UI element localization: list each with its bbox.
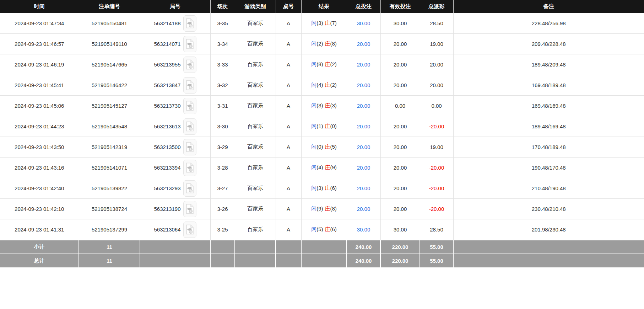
video-file-icon — [186, 163, 194, 173]
subtotal-empty-result — [301, 240, 347, 254]
subtotal-empty-round — [140, 240, 210, 254]
cell-round: 563213190 — [140, 199, 210, 219]
banker-result-points: (6) — [330, 185, 337, 191]
cell-result: 闲(3)庄(7) — [301, 13, 347, 34]
cell-session: 3-28 — [210, 158, 235, 178]
banker-result-label: 庄 — [325, 226, 330, 232]
cell-valid-bet: 30.00 — [380, 13, 420, 34]
total-payout: 55.00 — [420, 254, 453, 267]
player-result-points: (5) — [316, 226, 323, 232]
cell-result: 闲(5)庄(6) — [301, 219, 347, 240]
banker-result-label: 庄 — [325, 61, 330, 67]
cell-order-no: 521905142319 — [79, 137, 140, 158]
cell-valid-bet: 20.00 — [380, 75, 420, 96]
video-file-icon — [186, 142, 194, 152]
cell-remark: 209.48/228.48 — [453, 34, 644, 54]
cell-table-no: A — [276, 137, 301, 158]
banker-result-label: 庄 — [325, 206, 330, 212]
subtotal-empty-game — [235, 240, 276, 254]
cell-order-no: 521905149110 — [79, 34, 140, 54]
cell-round: 563213293 — [140, 178, 210, 199]
total-total-bet: 240.00 — [347, 254, 380, 267]
cell-table-no: A — [276, 158, 301, 178]
column-header-game: 游戏类别 — [235, 0, 276, 13]
video-replay-button[interactable] — [183, 15, 196, 32]
player-result-label: 闲 — [311, 102, 316, 108]
video-replay-button[interactable] — [183, 139, 196, 155]
cell-game: 百家乐 — [235, 178, 276, 199]
cell-result: 闲(2)庄(8) — [301, 34, 347, 54]
player-result-label: 闲 — [311, 164, 316, 170]
cell-game: 百家乐 — [235, 96, 276, 116]
video-replay-button[interactable] — [183, 180, 196, 197]
cell-remark: 169.48/169.48 — [453, 96, 644, 116]
cell-valid-bet: 20.00 — [380, 158, 420, 178]
video-file-icon — [186, 101, 194, 111]
banker-result-points: (8) — [330, 206, 337, 212]
records-body: 2024-09-23 01:47:34 521905150481 5632141… — [0, 13, 644, 240]
banker-result-points: (3) — [330, 102, 337, 108]
bet-records-table: 时间注单编号局号场次游戏类别桌号结果总投注有效投注总派彩备注 2024-09-2… — [0, 0, 644, 267]
video-replay-button[interactable] — [183, 57, 196, 73]
cell-game: 百家乐 — [235, 34, 276, 54]
banker-result-label: 庄 — [325, 144, 330, 150]
video-replay-button[interactable] — [183, 118, 196, 135]
column-header-order_no: 注单编号 — [79, 0, 140, 13]
cell-remark: 228.48/256.98 — [453, 13, 644, 34]
video-file-icon — [186, 18, 194, 28]
column-header-result: 结果 — [301, 0, 347, 13]
banker-result-label: 庄 — [325, 82, 330, 88]
cell-order-no: 521905139822 — [79, 178, 140, 199]
player-result-points: (3) — [316, 102, 323, 108]
column-header-time: 时间 — [0, 0, 79, 13]
table-row: 2024-09-23 01:43:50 521905142319 5632135… — [0, 137, 644, 158]
player-result-label: 闲 — [311, 144, 316, 150]
cell-total-bet: 20.00 — [347, 178, 380, 199]
total-count: 11 — [79, 254, 140, 267]
round-number: 563214071 — [154, 41, 180, 47]
cell-valid-bet: 20.00 — [380, 178, 420, 199]
subtotal-payout: 55.00 — [420, 240, 453, 254]
player-result-points: (3) — [316, 185, 323, 191]
cell-result: 闲(8)庄(2) — [301, 54, 347, 75]
video-file-icon — [186, 39, 194, 49]
cell-table-no: A — [276, 178, 301, 199]
cell-payout: 19.00 — [420, 137, 453, 158]
cell-round: 563213064 — [140, 219, 210, 240]
player-result-points: (3) — [316, 20, 323, 26]
cell-total-bet: 30.00 — [347, 219, 380, 240]
banker-result-label: 庄 — [325, 123, 330, 129]
player-result-points: (0) — [316, 144, 323, 150]
cell-game: 百家乐 — [235, 116, 276, 137]
cell-result: 闲(4)庄(2) — [301, 75, 347, 96]
banker-result-label: 庄 — [325, 164, 330, 170]
cell-game: 百家乐 — [235, 199, 276, 219]
cell-table-no: A — [276, 96, 301, 116]
video-replay-button[interactable] — [183, 77, 196, 94]
column-header-session: 场次 — [210, 0, 235, 13]
cell-valid-bet: 30.00 — [380, 219, 420, 240]
table-row: 2024-09-23 01:45:06 521905145127 5632137… — [0, 96, 644, 116]
cell-total-bet: 20.00 — [347, 199, 380, 219]
cell-session: 3-29 — [210, 137, 235, 158]
video-replay-button[interactable] — [183, 222, 196, 238]
subtotal-empty-remark — [453, 240, 644, 254]
video-replay-button[interactable] — [183, 201, 196, 217]
cell-remark: 210.48/190.48 — [453, 178, 644, 199]
video-replay-button[interactable] — [183, 98, 196, 114]
cell-session: 3-33 — [210, 54, 235, 75]
cell-remark: 169.48/189.48 — [453, 75, 644, 96]
cell-payout: 28.50 — [420, 219, 453, 240]
cell-round: 563213394 — [140, 158, 210, 178]
cell-result: 闲(3)庄(6) — [301, 178, 347, 199]
cell-payout: -20.00 — [420, 158, 453, 178]
cell-game: 百家乐 — [235, 158, 276, 178]
table-row: 2024-09-23 01:41:31 521905137299 5632130… — [0, 219, 644, 240]
cell-game: 百家乐 — [235, 219, 276, 240]
cell-payout: 28.50 — [420, 13, 453, 34]
cell-round: 563214188 — [140, 13, 210, 34]
player-result-points: (8) — [316, 61, 323, 67]
subtotal-empty-session — [210, 240, 235, 254]
video-replay-button[interactable] — [183, 36, 196, 52]
video-replay-button[interactable] — [183, 160, 196, 176]
